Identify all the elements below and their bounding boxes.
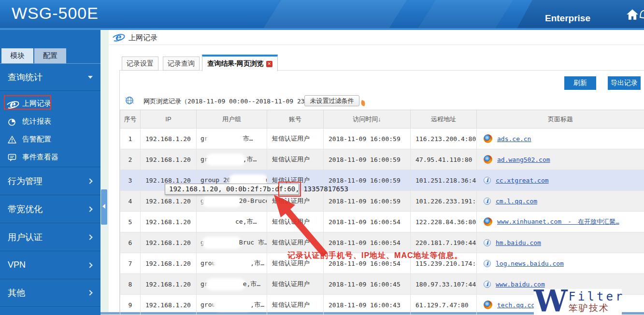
cell-time: 2018-11-09 16:00:43 bbox=[324, 295, 411, 315]
cell-time: 2018-11-09 16:00:59 bbox=[324, 129, 411, 149]
chevron-right-icon bbox=[87, 206, 92, 212]
tab-record-settings[interactable]: 记录设置 bbox=[122, 57, 158, 71]
cell-usergroup: ce,市… bbox=[197, 212, 267, 232]
sidebar-item-report[interactable]: 统计报表 bbox=[0, 113, 100, 130]
cell-account: 短信认证用户 bbox=[267, 212, 324, 232]
col-header-title[interactable]: 页面标题 bbox=[477, 110, 644, 129]
chevron-right-icon bbox=[87, 178, 92, 184]
cell-remote: 47.95.41.110:80 bbox=[411, 149, 477, 170]
sidebar: 模块 配置 查询统计 e 上网记录 统计报表 告警配置 bbox=[0, 30, 100, 315]
sidebar-tab-config[interactable]: 配置 bbox=[34, 48, 66, 63]
table-row[interactable]: 6192.168.1.20gBruc 市…短信认证用户2018-11-09 16… bbox=[120, 232, 644, 253]
page-title-link[interactable]: ads.ce.cn bbox=[497, 135, 531, 143]
col-header-account[interactable]: 账号 bbox=[267, 110, 324, 129]
cell-remote: 101.251.218.36:443 bbox=[411, 170, 477, 191]
firefox-icon bbox=[484, 217, 492, 226]
col-header-index[interactable]: 序号 bbox=[120, 110, 141, 129]
info-icon bbox=[484, 260, 491, 267]
sidebar-item-alerts[interactable]: 告警配置 bbox=[0, 130, 100, 148]
watermark-subtitle: 笨驴技术 bbox=[569, 303, 625, 314]
cell-remote: 61.129.7.47:80 bbox=[411, 295, 477, 315]
ie-icon: e bbox=[113, 31, 123, 42]
col-header-time[interactable]: 访问时间↓ bbox=[324, 110, 411, 129]
sidebar-section-behavior[interactable]: 行为管理 bbox=[0, 167, 100, 195]
sidebar-section-vpn[interactable]: VPN bbox=[0, 251, 100, 279]
table-header: 序号 IP 用户组 账号 访问时间↓ 远程地址 页面标题 bbox=[120, 110, 644, 129]
sidebar-group-query-stats[interactable]: 查询统计 bbox=[0, 63, 100, 91]
cell-account: 短信认证用户 bbox=[267, 232, 324, 253]
sidebar-tab-modules[interactable]: 模块 bbox=[1, 48, 33, 63]
close-icon[interactable]: ✕ bbox=[266, 61, 272, 67]
cell-remote: 116.213.200.4:80 bbox=[411, 129, 477, 149]
cell-account: 短信认证用户 bbox=[267, 295, 324, 315]
annotation-red-box-phone bbox=[278, 182, 301, 197]
cell-time: 2018-11-09 16:00:59 bbox=[324, 149, 411, 170]
sidebar-item-label: 事件查看器 bbox=[22, 153, 58, 162]
cell-usergroup: gre,市… bbox=[197, 274, 267, 295]
cell-page-title: log.news.baidu.com bbox=[477, 253, 644, 274]
watermark-w-logo: W bbox=[534, 289, 568, 313]
info-icon bbox=[484, 198, 491, 205]
tab-label: 查询结果-网页浏览 bbox=[207, 59, 264, 68]
wsg-500e-screen: WSG-500E Enterprise 模块 配置 查询统计 e 上网记录 bbox=[0, 0, 644, 315]
chevron-right-icon bbox=[87, 290, 92, 295]
sidebar-item-web-records[interactable]: e 上网记录 bbox=[0, 95, 100, 113]
cell-account: 短信认证用户 bbox=[267, 274, 324, 295]
redaction-blur bbox=[208, 281, 243, 288]
redaction-blur bbox=[215, 301, 250, 309]
section-label: VPN bbox=[8, 260, 26, 270]
page-title-link[interactable]: cm.l.qq.com bbox=[496, 198, 537, 205]
watermark-name: Filter bbox=[569, 290, 625, 303]
section-label: 用户认证 bbox=[8, 231, 43, 243]
page-title-link[interactable]: www.xinhuanet.com - 在开放中汇聚… bbox=[497, 217, 619, 226]
edition-label: Enterprise bbox=[545, 13, 590, 24]
cell-account: 短信认证用户 bbox=[267, 149, 324, 170]
cell-page-title: ad.wang502.com bbox=[477, 149, 644, 170]
sidebar-item-label: 统计报表 bbox=[22, 117, 51, 126]
col-header-group[interactable]: 用户组 bbox=[197, 110, 267, 129]
page-title-link[interactable]: cc.xtgreat.com bbox=[496, 177, 549, 184]
col-header-ip[interactable]: IP bbox=[141, 110, 197, 129]
filter-condition-button[interactable]: 未设置过滤条件 bbox=[304, 95, 359, 106]
redaction-blur bbox=[231, 177, 266, 184]
sidebar-section-other[interactable]: 其他 bbox=[0, 279, 100, 307]
page-title-link[interactable]: tech.qq.co bbox=[497, 301, 535, 309]
firefox-icon bbox=[484, 134, 492, 143]
page-title-link[interactable]: hm.baidu.com bbox=[496, 239, 541, 246]
table-row[interactable]: 1192.168.1.20gr市…短信认证用户2018-11-09 16:00:… bbox=[120, 129, 644, 149]
product-logo: WSG-500E bbox=[12, 4, 99, 23]
cell-ip: 192.168.1.20 bbox=[141, 232, 197, 253]
sidebar-tab-strip: 模块 配置 bbox=[1, 48, 66, 63]
top-header: WSG-500E Enterprise bbox=[0, 0, 644, 28]
cell-index: 2 bbox=[120, 149, 141, 170]
sidebar-section-auth[interactable]: 用户认证 bbox=[0, 223, 100, 251]
page-title-link[interactable]: ad.wang502.com bbox=[497, 156, 550, 163]
cell-remote: 180.97.33.107:443 bbox=[411, 274, 477, 295]
page-title-link[interactable]: log.news.baidu.com bbox=[496, 260, 564, 267]
cell-remote: 122.228.84.36:80 bbox=[411, 212, 477, 232]
header-decoration bbox=[412, 0, 516, 28]
cell-usergroup: grou,市… bbox=[197, 295, 267, 315]
tab-record-query[interactable]: 记录查询 bbox=[163, 57, 200, 71]
sidebar-item-event-viewer[interactable]: 事件查看器 bbox=[0, 148, 100, 166]
col-header-remote[interactable]: 远程地址 bbox=[411, 110, 477, 129]
export-records-button[interactable]: 导出记录 bbox=[608, 76, 641, 90]
cell-ip: 192.168.1.20 bbox=[141, 295, 197, 315]
sidebar-collapse-handle[interactable] bbox=[101, 189, 107, 225]
redaction-blur bbox=[204, 239, 239, 246]
section-label: 行为管理 bbox=[8, 175, 43, 187]
home-icon[interactable] bbox=[626, 9, 639, 20]
refresh-button[interactable]: 刷新 bbox=[564, 76, 596, 90]
table-row[interactable]: 5192.168.1.20ce,市…短信认证用户2018-11-09 16:00… bbox=[120, 212, 644, 232]
cell-ip: 192.168.1.20 bbox=[141, 253, 197, 274]
tab-query-result-web[interactable]: 查询结果-网页浏览 ✕ bbox=[202, 55, 278, 71]
record-range-summary: 网页浏览记录（2018-11-09 00:00--2018-11-09 23:5… bbox=[143, 97, 322, 106]
sidebar-section-bandwidth[interactable]: 带宽优化 bbox=[0, 195, 100, 223]
cell-index: 3 bbox=[120, 170, 141, 191]
sidebar-group-label: 查询统计 bbox=[8, 72, 43, 83]
cell-index: 6 bbox=[120, 232, 141, 253]
cell-time: 2018-11-09 16:00:59 bbox=[324, 191, 411, 212]
sidebar-collapse-strip bbox=[100, 30, 109, 315]
cell-usergroup: gr,市… bbox=[197, 149, 267, 170]
table-row[interactable]: 2192.168.1.20gr,市…短信认证用户2018-11-09 16:00… bbox=[120, 149, 644, 170]
